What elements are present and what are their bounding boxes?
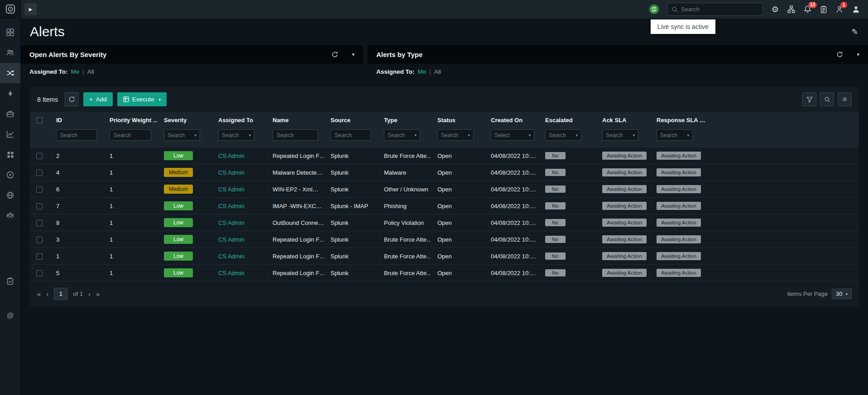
col-header-ack-sla[interactable]: Ack SLA [596, 112, 650, 128]
assigned-filter-all[interactable]: All [434, 68, 441, 75]
sidebar-item-dashboard[interactable] [0, 22, 20, 43]
table-row[interactable]: 2 1 Low CS Admin Repeated Login F… Splun… [30, 148, 859, 164]
cell-name: Repeated Login F… [266, 248, 324, 265]
table-row[interactable]: 4 1 Medium CS Admin Malware Detecte… Spl… [30, 164, 859, 181]
execute-button[interactable]: Execute ▾ [117, 92, 167, 106]
col-header-name[interactable]: Name [266, 112, 324, 128]
col-header-source[interactable]: Source [324, 112, 378, 128]
sidebar-item-teams[interactable] [0, 205, 20, 226]
refresh-button[interactable] [65, 92, 79, 106]
filter-select-assigned-to[interactable]: ▾ [218, 129, 254, 141]
table-row[interactable]: 1 1 Low CS Admin Repeated Login F… Splun… [30, 248, 859, 265]
settings-gear-icon[interactable]: ⚙ [772, 5, 779, 14]
assigned-to-link[interactable]: CS Admin [218, 169, 245, 176]
col-header-severity[interactable]: Severity [158, 112, 212, 128]
widget-collapse-chevron-icon[interactable]: ▾ [857, 52, 859, 57]
live-sync-icon[interactable] [650, 5, 658, 14]
tasks-clipboard-icon[interactable] [820, 6, 827, 13]
sidebar-item-mentions[interactable]: @ [0, 305, 20, 325]
row-checkbox[interactable] [36, 170, 43, 176]
table-row[interactable]: 7 1 Low CS Admin IMAP -WIN-EXC… Splunk -… [30, 198, 859, 214]
filter-input-id[interactable] [56, 129, 97, 141]
cell-name: Repeated Login F… [266, 231, 324, 248]
col-header-id[interactable]: ID [50, 112, 103, 128]
assigned-to-link[interactable]: CS Admin [218, 219, 245, 226]
first-page-button[interactable]: « [37, 290, 41, 298]
select-all-checkbox[interactable] [36, 117, 43, 124]
cell-type: Policy Violation [378, 214, 431, 231]
row-checkbox[interactable] [36, 270, 43, 276]
sidebar-item-threat-intel[interactable] [0, 185, 20, 205]
last-page-button[interactable]: » [96, 290, 100, 298]
col-header-priority-weight[interactable]: Priority Weight … [103, 112, 158, 128]
profile-user-icon[interactable] [852, 5, 860, 13]
table-row[interactable]: 6 1 Medium CS Admin WIN-EP2 - Xml… Splun… [30, 181, 859, 198]
assigned-filter-me[interactable]: Me [418, 68, 427, 75]
assigned-filter-me[interactable]: Me [71, 68, 80, 75]
filter-select-severity[interactable]: ▾ [164, 129, 200, 141]
sidebar-item-apps[interactable] [0, 144, 20, 165]
edit-layout-pencil-icon[interactable]: ✎ [852, 27, 858, 37]
table-row[interactable]: 5 1 Low CS Admin Repeated Login F… Splun… [30, 265, 859, 281]
col-header-type[interactable]: Type [378, 112, 431, 128]
columns-menu-button[interactable]: ≡ [838, 92, 852, 106]
widget-collapse-chevron-icon[interactable]: ▾ [352, 52, 355, 57]
search-icon [671, 6, 678, 13]
prev-page-button[interactable]: ‹ [46, 290, 48, 298]
sidebar-item-cases[interactable] [0, 104, 20, 124]
sidebar-item-audit[interactable] [0, 271, 20, 291]
sidebar-item-analytics[interactable] [0, 124, 20, 144]
assigned-to-link[interactable]: CS Admin [218, 203, 245, 209]
row-checkbox[interactable] [36, 186, 43, 193]
sidebar-item-playbooks[interactable] [0, 165, 20, 185]
filter-select-escalated[interactable]: ▾ [545, 129, 581, 141]
sidebar-item-automation[interactable] [0, 83, 20, 104]
current-page-box[interactable]: 1 [54, 288, 67, 300]
col-header-created-on[interactable]: Created On [484, 112, 539, 128]
filter-select-created-on[interactable]: ▾ [491, 129, 534, 141]
filter-select-type[interactable]: ▾ [384, 129, 420, 141]
row-checkbox[interactable] [36, 203, 43, 209]
sidebar-item-users[interactable] [0, 43, 20, 63]
row-checkbox[interactable] [36, 153, 43, 159]
table-row[interactable]: 3 1 Low CS Admin Repeated Login F… Splun… [30, 231, 859, 248]
notifications-bell-icon[interactable]: 13 [804, 5, 811, 13]
row-checkbox[interactable] [36, 220, 43, 226]
search-toggle-button[interactable] [820, 92, 834, 106]
global-search[interactable] [667, 3, 763, 16]
filter-input-source[interactable] [331, 129, 371, 141]
next-page-button[interactable]: › [88, 290, 91, 298]
filter-select-response-sla[interactable]: ▾ [657, 129, 693, 141]
col-header-response-sla[interactable]: Response SLA … [650, 112, 859, 128]
filter-button[interactable] [802, 92, 816, 106]
widget-refresh-icon[interactable] [331, 51, 338, 58]
filter-select-status[interactable]: ▾ [437, 129, 474, 141]
assigned-to-link[interactable]: CS Admin [218, 270, 245, 276]
filter-input-priority-weight[interactable] [110, 129, 151, 141]
col-header-assigned-to[interactable]: Assigned To [212, 112, 266, 128]
row-checkbox[interactable] [36, 253, 43, 260]
user-alerts-icon[interactable]: 1 [836, 5, 844, 13]
items-per-page-select[interactable]: 30 ▾ [832, 289, 852, 299]
assigned-to-link[interactable]: CS Admin [218, 253, 245, 260]
sidebar-item-alerts[interactable] [0, 63, 20, 83]
widget-refresh-icon[interactable] [836, 51, 843, 58]
integrations-sitemap-icon[interactable] [787, 5, 795, 13]
global-search-input[interactable] [681, 6, 758, 13]
filter-select-ack-sla[interactable]: ▾ [602, 129, 638, 141]
filter-input-name[interactable] [273, 129, 318, 141]
expand-menu-button[interactable]: ▶ [24, 3, 37, 15]
assigned-to-link[interactable]: CS Admin [218, 152, 245, 159]
assigned-to-link[interactable]: CS Admin [218, 186, 245, 193]
assigned-filter-all[interactable]: All [87, 68, 94, 75]
cell-created-on: 04/08/2022 10:… [484, 181, 539, 198]
severity-badge: Low [164, 218, 193, 227]
assigned-to-link[interactable]: CS Admin [218, 236, 245, 243]
add-button[interactable]: +Add [83, 92, 113, 106]
live-sync-tooltip: Live sync is active [651, 19, 715, 34]
table-row[interactable]: 8 1 Low CS Admin OutBound Conne… Splunk … [30, 214, 859, 231]
app-logo-icon[interactable] [0, 0, 20, 19]
col-header-status[interactable]: Status [431, 112, 484, 128]
col-header-escalated[interactable]: Escalated [539, 112, 596, 128]
row-checkbox[interactable] [36, 237, 43, 243]
